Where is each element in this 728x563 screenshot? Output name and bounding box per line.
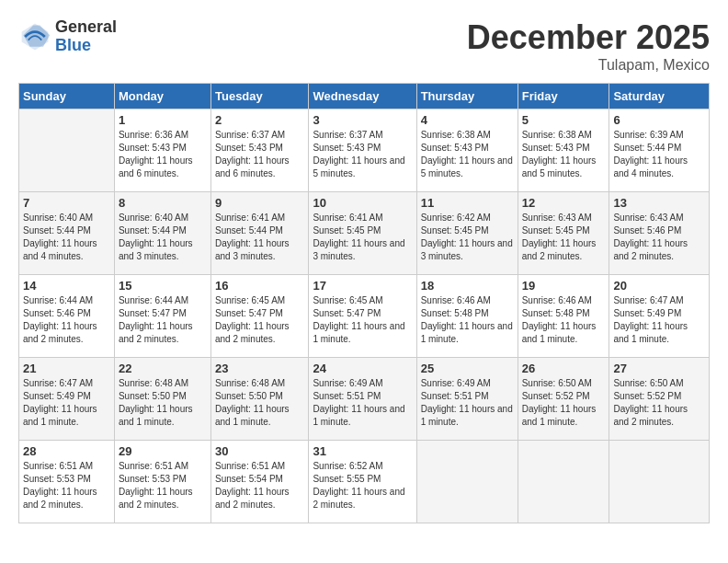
day-number: 6 (613, 113, 705, 127)
day-number: 23 (215, 362, 304, 375)
day-number: 16 (215, 279, 304, 293)
calendar-cell: 29Sunrise: 6:51 AMSunset: 5:53 PMDayligh… (114, 441, 210, 523)
calendar-week-row: 1Sunrise: 6:36 AMSunset: 5:43 PMDaylight… (19, 109, 710, 192)
day-number: 19 (522, 279, 606, 293)
day-info: Sunrise: 6:36 AMSunset: 5:43 PMDaylight:… (119, 129, 207, 180)
calendar-cell: 27Sunrise: 6:50 AMSunset: 5:52 PMDayligh… (609, 358, 710, 441)
calendar-week-row: 14Sunrise: 6:44 AMSunset: 5:46 PMDayligh… (19, 275, 710, 358)
calendar-cell: 14Sunrise: 6:44 AMSunset: 5:46 PMDayligh… (19, 275, 115, 358)
day-info: Sunrise: 6:47 AMSunset: 5:49 PMDaylight:… (613, 294, 705, 346)
calendar-cell: 31Sunrise: 6:52 AMSunset: 5:55 PMDayligh… (309, 441, 416, 523)
day-number: 25 (421, 362, 514, 375)
day-number: 30 (215, 444, 304, 458)
day-info: Sunrise: 6:40 AMSunset: 5:44 PMDaylight:… (119, 212, 207, 263)
day-number: 13 (613, 196, 705, 210)
day-info: Sunrise: 6:41 AMSunset: 5:45 PMDaylight:… (313, 212, 412, 263)
day-number: 29 (119, 444, 207, 458)
day-number: 20 (613, 279, 705, 293)
calendar-header-row: SundayMondayTuesdayWednesdayThursdayFrid… (19, 84, 710, 109)
day-info: Sunrise: 6:43 AMSunset: 5:46 PMDaylight:… (613, 212, 705, 263)
day-number: 18 (421, 279, 514, 293)
calendar-cell: 18Sunrise: 6:46 AMSunset: 5:48 PMDayligh… (416, 275, 518, 358)
day-number: 4 (421, 113, 514, 127)
day-info: Sunrise: 6:45 AMSunset: 5:47 PMDaylight:… (215, 294, 304, 346)
calendar-cell: 28Sunrise: 6:51 AMSunset: 5:53 PMDayligh… (19, 441, 115, 523)
day-info: Sunrise: 6:44 AMSunset: 5:46 PMDaylight:… (23, 294, 110, 346)
calendar-cell: 16Sunrise: 6:45 AMSunset: 5:47 PMDayligh… (210, 275, 308, 358)
calendar-cell: 24Sunrise: 6:49 AMSunset: 5:51 PMDayligh… (309, 358, 416, 441)
calendar-cell: 13Sunrise: 6:43 AMSunset: 5:46 PMDayligh… (609, 192, 710, 275)
calendar-week-row: 21Sunrise: 6:47 AMSunset: 5:49 PMDayligh… (19, 358, 710, 441)
day-info: Sunrise: 6:46 AMSunset: 5:48 PMDaylight:… (421, 294, 514, 346)
calendar-week-row: 28Sunrise: 6:51 AMSunset: 5:53 PMDayligh… (19, 441, 710, 523)
day-info: Sunrise: 6:46 AMSunset: 5:48 PMDaylight:… (522, 294, 606, 346)
calendar-cell: 23Sunrise: 6:48 AMSunset: 5:50 PMDayligh… (210, 358, 308, 441)
logo-icon (18, 20, 51, 53)
calendar-cell: 30Sunrise: 6:51 AMSunset: 5:54 PMDayligh… (210, 441, 308, 523)
calendar-cell: 20Sunrise: 6:47 AMSunset: 5:49 PMDayligh… (609, 275, 710, 358)
calendar-cell (518, 441, 609, 523)
day-info: Sunrise: 6:43 AMSunset: 5:45 PMDaylight:… (522, 212, 606, 263)
column-header-thursday: Thursday (416, 84, 518, 109)
calendar-cell: 25Sunrise: 6:49 AMSunset: 5:51 PMDayligh… (416, 358, 518, 441)
column-header-tuesday: Tuesday (210, 84, 308, 109)
day-info: Sunrise: 6:37 AMSunset: 5:43 PMDaylight:… (215, 129, 304, 180)
day-info: Sunrise: 6:38 AMSunset: 5:43 PMDaylight:… (421, 129, 514, 180)
day-info: Sunrise: 6:39 AMSunset: 5:44 PMDaylight:… (613, 129, 705, 180)
calendar-cell: 6Sunrise: 6:39 AMSunset: 5:44 PMDaylight… (609, 109, 710, 192)
day-info: Sunrise: 6:44 AMSunset: 5:47 PMDaylight:… (119, 294, 207, 346)
title-block: December 2025 Tulapam, Mexico (467, 18, 710, 74)
day-info: Sunrise: 6:49 AMSunset: 5:51 PMDaylight:… (421, 377, 514, 429)
logo-blue: Blue (55, 37, 117, 55)
day-number: 10 (313, 196, 412, 210)
day-info: Sunrise: 6:50 AMSunset: 5:52 PMDaylight:… (613, 377, 705, 429)
day-number: 24 (313, 362, 412, 375)
calendar-cell: 15Sunrise: 6:44 AMSunset: 5:47 PMDayligh… (114, 275, 210, 358)
day-info: Sunrise: 6:51 AMSunset: 5:53 PMDaylight:… (119, 460, 207, 511)
column-header-sunday: Sunday (19, 84, 115, 109)
day-info: Sunrise: 6:48 AMSunset: 5:50 PMDaylight:… (119, 377, 207, 429)
day-info: Sunrise: 6:51 AMSunset: 5:53 PMDaylight:… (23, 460, 110, 511)
column-header-saturday: Saturday (609, 84, 710, 109)
day-number: 15 (119, 279, 207, 293)
calendar-cell: 26Sunrise: 6:50 AMSunset: 5:52 PMDayligh… (518, 358, 609, 441)
column-header-wednesday: Wednesday (309, 84, 416, 109)
calendar-cell: 9Sunrise: 6:41 AMSunset: 5:44 PMDaylight… (210, 192, 308, 275)
column-header-friday: Friday (518, 84, 609, 109)
calendar-cell: 10Sunrise: 6:41 AMSunset: 5:45 PMDayligh… (309, 192, 416, 275)
day-info: Sunrise: 6:50 AMSunset: 5:52 PMDaylight:… (522, 377, 606, 429)
calendar-cell: 11Sunrise: 6:42 AMSunset: 5:45 PMDayligh… (416, 192, 518, 275)
day-number: 8 (119, 196, 207, 210)
day-number: 11 (421, 196, 514, 210)
day-info: Sunrise: 6:38 AMSunset: 5:43 PMDaylight:… (522, 129, 606, 180)
calendar-table: SundayMondayTuesdayWednesdayThursdayFrid… (18, 83, 710, 523)
day-info: Sunrise: 6:37 AMSunset: 5:43 PMDaylight:… (313, 129, 412, 180)
day-number: 31 (313, 444, 412, 458)
day-info: Sunrise: 6:51 AMSunset: 5:54 PMDaylight:… (215, 460, 304, 511)
logo-text: General Blue (55, 18, 117, 55)
calendar-cell: 1Sunrise: 6:36 AMSunset: 5:43 PMDaylight… (114, 109, 210, 192)
calendar-cell: 12Sunrise: 6:43 AMSunset: 5:45 PMDayligh… (518, 192, 609, 275)
logo-general: General (55, 18, 117, 37)
day-number: 3 (313, 113, 412, 127)
calendar-cell: 19Sunrise: 6:46 AMSunset: 5:48 PMDayligh… (518, 275, 609, 358)
location: Tulapam, Mexico (467, 57, 710, 74)
day-info: Sunrise: 6:40 AMSunset: 5:44 PMDaylight:… (23, 212, 110, 263)
day-info: Sunrise: 6:41 AMSunset: 5:44 PMDaylight:… (215, 212, 304, 263)
calendar-cell: 2Sunrise: 6:37 AMSunset: 5:43 PMDaylight… (210, 109, 308, 192)
day-info: Sunrise: 6:47 AMSunset: 5:49 PMDaylight:… (23, 377, 110, 429)
calendar-cell: 4Sunrise: 6:38 AMSunset: 5:43 PMDaylight… (416, 109, 518, 192)
calendar-cell (416, 441, 518, 523)
logo: General Blue (18, 18, 117, 55)
day-info: Sunrise: 6:48 AMSunset: 5:50 PMDaylight:… (215, 377, 304, 429)
day-info: Sunrise: 6:45 AMSunset: 5:47 PMDaylight:… (313, 294, 412, 346)
day-info: Sunrise: 6:49 AMSunset: 5:51 PMDaylight:… (313, 377, 412, 429)
day-number: 14 (23, 279, 110, 293)
calendar-cell: 3Sunrise: 6:37 AMSunset: 5:43 PMDaylight… (309, 109, 416, 192)
day-info: Sunrise: 6:42 AMSunset: 5:45 PMDaylight:… (421, 212, 514, 263)
calendar-cell (19, 109, 115, 192)
day-number: 21 (23, 362, 110, 375)
calendar-cell: 21Sunrise: 6:47 AMSunset: 5:49 PMDayligh… (19, 358, 115, 441)
day-number: 27 (613, 362, 705, 375)
month-title: December 2025 (467, 18, 710, 57)
